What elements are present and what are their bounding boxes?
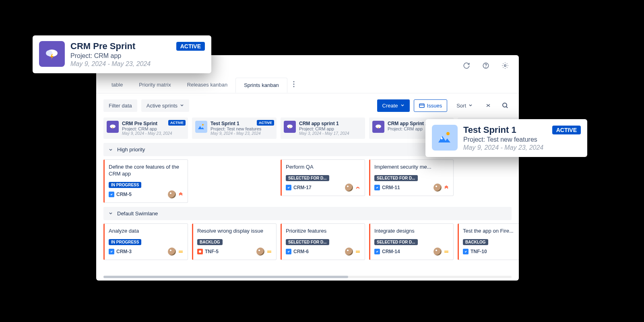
assignee-avatar[interactable] [433, 184, 442, 192]
callout-title: Test Sprint 1 [463, 125, 516, 135]
card-title: Analyze data [109, 228, 184, 235]
issue-card[interactable]: Implement security me... SELECTED FOR D.… [369, 159, 454, 196]
tab-sprints-kanban[interactable]: Sprints kanban [235, 78, 287, 93]
svg-rect-20 [444, 251, 448, 252]
sprint-column-header[interactable]: CRM app sprint 1 Project: CRM app May 3,… [281, 118, 365, 139]
active-sprints-dropdown[interactable]: Active sprints [141, 99, 189, 112]
card-title: Prioritize features [286, 228, 361, 235]
svg-rect-17 [267, 252, 271, 253]
status-badge: IN PROGRESS [109, 182, 141, 188]
tab-releases-kanban[interactable]: Releases kanban [179, 78, 235, 93]
callout-test-sprint-1: Test Sprint 1 ACTIVE Project: Test new f… [425, 119, 587, 157]
assignee-avatar[interactable] [256, 248, 264, 256]
tabs: table Priority matrix Releases kanban Sp… [96, 77, 519, 93]
priority-icon [444, 249, 449, 254]
svg-point-4 [293, 84, 294, 85]
cards-column: Resolve wrong display issue BACKLOG TNF-… [192, 223, 277, 260]
mountain-icon [195, 121, 207, 133]
issues-button[interactable]: Issues [414, 99, 448, 112]
status-badge: SELECTED FOR D... [374, 239, 418, 245]
assignee-avatar[interactable] [433, 248, 442, 256]
status-badge: SELECTED FOR D... [286, 175, 329, 181]
callout-title: CRM Pre Sprint [70, 41, 135, 52]
filter-button[interactable]: Filter data [103, 99, 137, 112]
sprint-column-header[interactable]: CRM Pre Sprint Project: CRM app May 9, 2… [103, 118, 188, 139]
callout-crm-pre-sprint: CRM Pre Sprint ACTIVE Project: CRM app M… [33, 35, 211, 73]
priority-icon [355, 185, 361, 190]
create-button[interactable]: Create [377, 99, 410, 112]
priority-icon [178, 192, 184, 197]
sprint-name: CRM app sprint 1 [299, 121, 362, 126]
card-title: Resolve wrong display issue [197, 228, 272, 235]
issue-card[interactable]: Analyze data IN PROGRESS CRM-3 [103, 223, 188, 260]
task-icon [374, 185, 380, 190]
cloud-thunder-icon [284, 121, 296, 133]
sprint-project: Project: CRM app [122, 126, 185, 131]
task-icon [286, 185, 291, 190]
refresh-icon[interactable] [460, 59, 473, 72]
toolbar: Filter data Active sprints Create Issues… [96, 93, 519, 118]
priority-icon [355, 249, 361, 254]
card-title: Perform QA [286, 164, 361, 171]
sprint-dates: May 9, 2024 - May 23, 2024 [122, 131, 185, 136]
collapse-icon[interactable] [482, 99, 495, 112]
sprint-column-header[interactable]: Test Sprint 1 Project: Test new features… [192, 118, 277, 139]
tab-priority-matrix[interactable]: Priority matrix [131, 78, 179, 93]
svg-rect-14 [179, 252, 183, 253]
issue-card[interactable]: Resolve wrong display issue BACKLOG TNF-… [192, 223, 277, 260]
issue-key: TNF-5 [205, 249, 219, 254]
cloud-thunder-icon [107, 121, 119, 133]
kanban-window: table Priority matrix Releases kanban Sp… [96, 55, 519, 281]
sort-label: Sort [456, 103, 466, 109]
assignee-avatar[interactable] [168, 190, 176, 198]
cloud-thunder-icon [372, 121, 384, 133]
assignee-avatar[interactable] [168, 248, 176, 256]
tab-table[interactable]: table [103, 78, 131, 93]
more-tabs-icon[interactable] [287, 77, 300, 93]
svg-rect-6 [419, 104, 424, 107]
active-sprints-label: Active sprints [147, 103, 178, 109]
issue-key: TNF-10 [471, 249, 487, 254]
search-icon[interactable] [499, 99, 512, 112]
help-icon[interactable] [479, 59, 492, 72]
swimlane-name: High priority [117, 147, 145, 153]
task-icon [463, 249, 469, 254]
horizontal-scrollbar[interactable] [103, 276, 512, 278]
swimlane-header[interactable]: Default Swimlane [103, 207, 512, 220]
chevron-down-icon [108, 147, 113, 152]
issue-card[interactable]: Prioritize features SELECTED FOR D... CR… [281, 223, 365, 260]
svg-point-5 [293, 86, 294, 87]
assignee-avatar[interactable] [345, 184, 353, 192]
sprint-project: Project: CRM app [299, 126, 362, 131]
card-title: Implement security me... [374, 164, 449, 171]
cards-column: Define the core features of the CRM app … [103, 159, 188, 203]
status-badge: IN PROGRESS [109, 239, 141, 245]
task-icon [374, 249, 380, 254]
status-badge: SELECTED FOR D... [374, 175, 418, 181]
gear-icon[interactable] [499, 59, 512, 72]
cards-column: Test the app on Fire... BACKLOG TNF-10 [458, 223, 519, 260]
create-label: Create [382, 103, 398, 109]
active-badge: ACTIVE [552, 126, 581, 134]
status-badge: BACKLOG [197, 239, 223, 245]
card-title: Test the app on Fire... [463, 228, 519, 235]
svg-point-24 [446, 132, 450, 135]
svg-point-2 [504, 65, 506, 67]
chevron-down-icon [108, 211, 113, 216]
svg-rect-18 [356, 251, 360, 252]
cards-column: Integrate designs SELECTED FOR D... CRM-… [369, 223, 454, 260]
svg-point-15 [199, 250, 201, 253]
assignee-avatar[interactable] [345, 248, 353, 256]
cards-row: Analyze data IN PROGRESS CRM-3 Resolve w… [96, 220, 519, 260]
callout-dates: May 9, 2024 - May 23, 2024 [70, 60, 205, 68]
status-badge: BACKLOG [463, 239, 488, 245]
sort-dropdown[interactable]: Sort [451, 99, 478, 112]
issue-card[interactable]: Define the core features of the CRM app … [103, 159, 188, 203]
callout-dates: May 9, 2024 - May 23, 2024 [463, 144, 581, 151]
task-icon [286, 249, 291, 254]
cards-column: Analyze data IN PROGRESS CRM-3 [103, 223, 188, 260]
issue-card[interactable]: Integrate designs SELECTED FOR D... CRM-… [369, 223, 454, 260]
issue-card[interactable]: Perform QA SELECTED FOR D... CRM-17 [281, 159, 365, 196]
priority-icon [178, 249, 184, 254]
issue-card[interactable]: Test the app on Fire... BACKLOG TNF-10 [458, 223, 519, 260]
